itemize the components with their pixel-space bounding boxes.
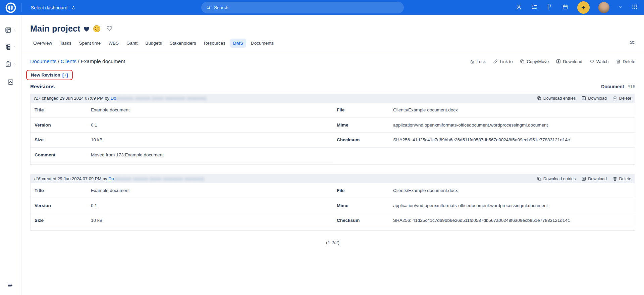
redacted-author: xxxxxxx xxxxxx (xxxx xxxxxxxx xxxxxxx) <box>116 96 206 101</box>
doc-action-lock[interactable]: Lock <box>470 59 486 64</box>
tab-stakeholders[interactable]: Stakeholders <box>167 39 199 48</box>
revision-r16: r16 created 29 Jun 2024 07:09 PM by Doxx… <box>30 174 635 231</box>
logo-icon <box>5 2 16 13</box>
tab-dms[interactable]: DMS <box>230 39 246 48</box>
trash-icon <box>612 96 618 101</box>
apps-button[interactable] <box>632 4 638 11</box>
module-settings-button[interactable] <box>629 39 635 47</box>
tree-icon <box>5 44 12 51</box>
user-button[interactable] <box>516 4 522 12</box>
calendar-icon <box>562 4 569 10</box>
revision-author-link[interactable]: Do <box>111 96 116 101</box>
flag-button[interactable] <box>546 4 553 12</box>
clipboard-check-icon <box>5 61 12 68</box>
field-label: Title <box>35 188 91 193</box>
tab-tasks[interactable]: Tasks <box>57 39 74 48</box>
revision-actions: Download entriesDownloadDelete <box>537 176 631 181</box>
doc-action-watch[interactable]: Watch <box>589 59 608 64</box>
tab-overview[interactable]: Overview <box>30 39 55 48</box>
download-icon <box>581 96 586 101</box>
download-icon <box>581 176 586 181</box>
doc-action-copy-move[interactable]: Copy/Move <box>520 59 549 64</box>
breadcrumb-example-document: Example document <box>80 58 125 64</box>
field-value: 0.1 <box>91 203 97 208</box>
doc-action-label: Watch <box>596 59 608 64</box>
details-left: TitleExample documentVersion0.1Size10 kB… <box>31 103 333 162</box>
action-label: Download <box>588 177 607 181</box>
revision-header: r16 created 29 Jun 2024 07:09 PM by Doxx… <box>30 174 635 183</box>
copy-icon <box>520 59 525 64</box>
global-search[interactable] <box>201 2 404 13</box>
tab-gantt[interactable]: Gantt <box>123 39 141 48</box>
field-row-size: Size10 kB <box>31 213 333 228</box>
profile-menu-button[interactable] <box>618 5 623 11</box>
avatar[interactable] <box>598 2 609 13</box>
action-label: Download <box>588 96 607 101</box>
revision-action-text: changed 29 Jun 2024 07:09 PM by <box>41 96 111 101</box>
apps-grid-icon <box>632 4 638 10</box>
tab-documents[interactable]: Documents <box>248 39 277 48</box>
sidebar-item-dashboard[interactable] <box>0 25 21 35</box>
field-label: Title <box>35 107 91 113</box>
doc-action-delete[interactable]: Delete <box>615 59 635 64</box>
revision-action-download[interactable]: Download <box>581 176 607 181</box>
revision-action-delete[interactable]: Delete <box>612 176 631 181</box>
tab-wbs[interactable]: WBS <box>105 39 122 48</box>
field-row-size: Size10 kB <box>31 133 333 148</box>
revision-header: r17 changed 29 Jun 2024 07:09 PM by Doxx… <box>30 94 635 103</box>
chevron-down-icon <box>618 5 623 9</box>
field-value: application/vnd.openxmlformats-officedoc… <box>393 203 548 208</box>
breadcrumb-separator: / <box>78 58 79 64</box>
add-button[interactable] <box>577 1 590 14</box>
field-label: Version <box>35 203 91 208</box>
tab-resources[interactable]: Resources <box>201 39 228 48</box>
document-reference: Document#16 <box>601 84 635 89</box>
breadcrumb-documents[interactable]: Documents <box>30 58 56 64</box>
sidebar-item-clipboard-check[interactable] <box>0 59 21 69</box>
user-icon <box>516 4 522 10</box>
plus-icon <box>580 4 587 11</box>
revision-action-download[interactable]: Download <box>581 96 607 101</box>
breadcrumb: Documents/Clients/Example document <box>30 58 125 64</box>
sidebar-item-tree[interactable] <box>0 42 21 52</box>
flag-icon <box>546 4 553 10</box>
search-input[interactable] <box>214 5 399 10</box>
trash-icon <box>615 59 621 64</box>
app-logo[interactable] <box>0 0 21 15</box>
field-row-title: TitleExample document <box>31 103 333 118</box>
download-icon <box>556 59 561 64</box>
field-value: 10 kB <box>91 137 103 143</box>
revision-action-download-entries[interactable]: Download entries <box>537 176 576 181</box>
revision-number: r17 <box>34 96 41 101</box>
tasks-button[interactable] <box>531 4 538 12</box>
heart-icon <box>589 59 595 64</box>
doc-action-link-to[interactable]: Link to <box>493 59 513 64</box>
revision-meta: r16 created 29 Jun 2024 07:09 PM by Doxx… <box>34 176 204 181</box>
doc-action-download[interactable]: Download <box>556 59 582 64</box>
field-label: Comment <box>35 152 91 158</box>
revision-action-text: created 29 Jun 2024 07:09 PM by <box>41 176 108 181</box>
expand-sidebar-button[interactable] <box>7 282 14 290</box>
field-label: Checksum <box>337 137 393 143</box>
tab-spent-time[interactable]: Spent time <box>76 39 104 48</box>
field-label: Checksum <box>337 218 393 223</box>
favorite-button[interactable] <box>106 25 113 33</box>
sidebar-item-box-up[interactable] <box>0 77 21 87</box>
field-label: Version <box>35 122 91 128</box>
new-revision-button[interactable]: New Revision [+] <box>31 72 68 78</box>
calendar-button[interactable] <box>562 4 569 12</box>
select-dashboard-button[interactable]: Select dashboard <box>31 5 76 10</box>
details-left: TitleExample documentVersion0.1Size10 kB <box>31 183 333 228</box>
tab-budgets[interactable]: Budgets <box>142 39 165 48</box>
field-value: Clients/Example document.docx <box>393 188 458 193</box>
details-right: FileClients/Example document.docxMimeapp… <box>333 103 635 162</box>
revision-action-download-entries[interactable]: Download entries <box>537 96 576 101</box>
breadcrumb-clients[interactable]: Clients <box>61 58 76 64</box>
doc-action-label: Link to <box>500 59 513 64</box>
field-label: Mime <box>337 203 393 208</box>
revision-action-delete[interactable]: Delete <box>612 96 631 101</box>
dashboard-icon <box>5 27 12 34</box>
select-arrows-icon <box>71 5 76 10</box>
revision-author-link[interactable]: Do <box>108 176 114 181</box>
revisions-list: r17 changed 29 Jun 2024 07:09 PM by Doxx… <box>30 94 635 231</box>
